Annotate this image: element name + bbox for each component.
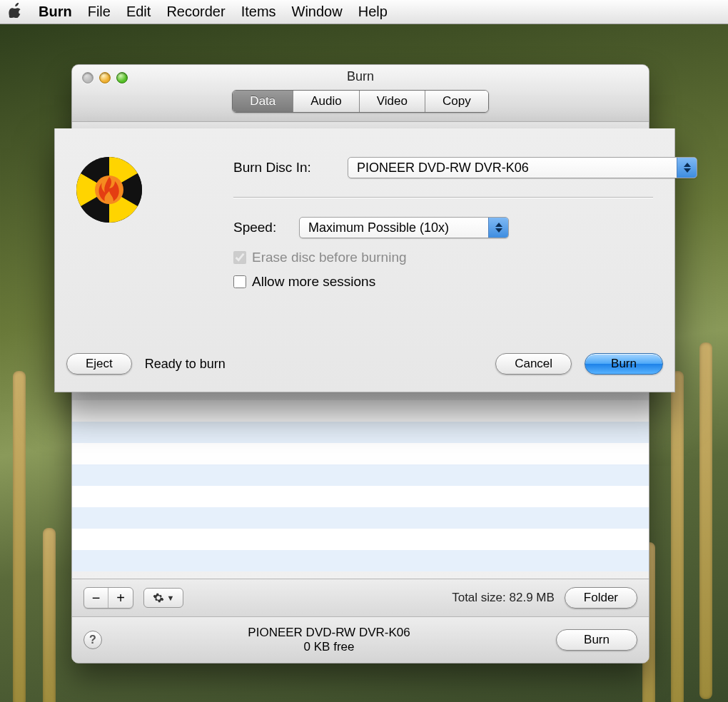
bg-decoration: [671, 371, 684, 702]
app-menu[interactable]: Burn: [39, 4, 72, 20]
menu-help[interactable]: Help: [358, 4, 388, 20]
select-arrows-icon: [677, 158, 697, 178]
burn-sheet: Burn Disc In: PIONEER DVD-RW DVR-K06 Spe…: [54, 128, 675, 392]
sessions-checkbox-label: Allow more sessions: [252, 274, 375, 290]
burn-disc-label: Burn Disc In:: [233, 160, 311, 176]
folder-button[interactable]: Folder: [565, 587, 637, 609]
tab-video[interactable]: Video: [360, 91, 425, 112]
add-remove-stepper: − +: [84, 587, 133, 609]
burn-icon: [74, 154, 145, 225]
ready-status: Ready to burn: [145, 357, 226, 372]
burn-button-sheet[interactable]: Burn: [585, 353, 663, 375]
tab-audio[interactable]: Audio: [293, 91, 359, 112]
speed-select[interactable]: Maximum Possible (10x): [299, 217, 509, 238]
titlebar: Burn Data Audio Video Copy: [72, 65, 649, 122]
sessions-checkbox[interactable]: Allow more sessions: [233, 274, 375, 290]
erase-checkbox-label: Erase disc before burning: [252, 250, 407, 265]
list-row: [72, 529, 649, 550]
options-menu-button[interactable]: ▼: [143, 588, 183, 608]
sessions-checkbox-input[interactable]: [233, 275, 246, 288]
list-row: [72, 550, 649, 571]
menu-window[interactable]: Window: [292, 4, 343, 20]
drive-select[interactable]: PIONEER DVD-RW DVR-K06: [348, 157, 697, 178]
speed-select-value: Maximum Possible (10x): [308, 220, 449, 235]
bg-decoration: [13, 371, 26, 702]
apple-menu[interactable]: [9, 2, 23, 21]
eject-button[interactable]: Eject: [66, 353, 132, 375]
menu-file[interactable]: File: [88, 4, 111, 20]
list-row: [72, 422, 649, 443]
tab-copy[interactable]: Copy: [425, 91, 488, 112]
drive-select-value: PIONEER DVD-RW DVR-K06: [357, 161, 529, 176]
window-title: Burn: [347, 69, 374, 84]
close-button[interactable]: [82, 72, 93, 83]
burn-button-main[interactable]: Burn: [556, 629, 637, 651]
menu-edit[interactable]: Edit: [126, 4, 151, 20]
divider: [233, 197, 653, 198]
select-arrows-icon: [488, 218, 508, 238]
remove-button[interactable]: −: [84, 588, 108, 608]
drive-free: 0 KB free: [102, 640, 556, 654]
file-list: [72, 400, 649, 571]
sheet-buttons: Eject Ready to burn Cancel Burn: [66, 353, 663, 375]
drive-status: PIONEER DVD-RW DVR-K06 0 KB free: [102, 626, 556, 654]
tab-data[interactable]: Data: [233, 91, 293, 112]
list-row: [72, 507, 649, 529]
menu-recorder[interactable]: Recorder: [166, 4, 225, 20]
erase-checkbox: Erase disc before burning: [233, 250, 407, 265]
cancel-button[interactable]: Cancel: [495, 353, 572, 375]
bg-decoration: [43, 528, 56, 702]
chevron-down-icon: ▼: [167, 594, 175, 602]
menubar: Burn File Edit Recorder Items Window Hel…: [0, 0, 728, 24]
help-button[interactable]: ?: [84, 631, 102, 649]
zoom-button[interactable]: [116, 72, 128, 83]
list-row: [72, 400, 649, 422]
list-row: [72, 443, 649, 464]
gear-icon: [153, 592, 164, 604]
minimize-button[interactable]: [99, 72, 111, 83]
menu-items[interactable]: Items: [241, 4, 276, 20]
list-row: [72, 464, 649, 486]
apple-icon: [9, 2, 23, 18]
list-row: [72, 486, 649, 507]
add-button[interactable]: +: [108, 588, 133, 608]
speed-label: Speed:: [233, 220, 276, 235]
total-size-text: Total size: 82.9 MB: [452, 591, 555, 605]
mode-tabs: Data Audio Video Copy: [232, 90, 488, 113]
status-bar: ? PIONEER DVD-RW DVR-K06 0 KB free Burn: [72, 617, 649, 663]
erase-checkbox-input: [233, 251, 246, 264]
bg-decoration: [699, 342, 712, 699]
bottom-toolbar: − + ▼ Total size: 82.9 MB Folder: [72, 579, 649, 617]
drive-name: PIONEER DVD-RW DVR-K06: [102, 626, 556, 640]
traffic-lights: [82, 72, 128, 83]
